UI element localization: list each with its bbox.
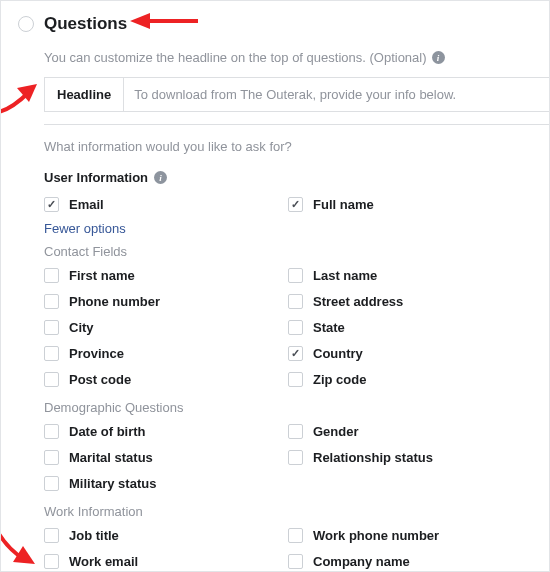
ask-prompt: What information would you like to ask f… [44, 139, 532, 154]
checkbox-label: Zip code [313, 372, 366, 387]
info-icon[interactable]: i [432, 51, 445, 64]
user-info-text: User Information [44, 170, 148, 185]
checkbox[interactable] [44, 554, 59, 569]
checkbox-fullname[interactable] [288, 197, 303, 212]
headline-subtext: You can customize the headline on the to… [44, 50, 532, 65]
checkbox[interactable] [44, 294, 59, 309]
fewer-options-link[interactable]: Fewer options [44, 221, 532, 236]
divider [44, 124, 550, 125]
checkbox-label: Post code [69, 372, 131, 387]
info-icon[interactable]: i [154, 171, 167, 184]
checkbox[interactable] [288, 294, 303, 309]
questions-radio[interactable] [18, 16, 34, 32]
checkbox-label: Work email [69, 554, 138, 569]
checkbox[interactable] [288, 268, 303, 283]
checkbox-label: Relationship status [313, 450, 433, 465]
checkbox-label: Country [313, 346, 363, 361]
checkbox[interactable] [44, 346, 59, 361]
checkbox[interactable] [44, 424, 59, 439]
checkbox-label: Work phone number [313, 528, 439, 543]
demographic-heading: Demographic Questions [44, 400, 532, 415]
checkbox-label: Company name [313, 554, 410, 569]
checkbox-label: Email [69, 197, 104, 212]
checkbox-label: First name [69, 268, 135, 283]
checkbox-label: Phone number [69, 294, 160, 309]
checkbox-label: Province [69, 346, 124, 361]
questions-title: Questions [44, 14, 127, 34]
checkbox[interactable] [44, 320, 59, 335]
user-info-label: User Information i [44, 170, 532, 185]
checkbox-label: Job title [69, 528, 119, 543]
checkbox[interactable] [288, 424, 303, 439]
checkbox-label: Street address [313, 294, 403, 309]
contact-fields-heading: Contact Fields [44, 244, 532, 259]
work-heading: Work Information [44, 504, 532, 519]
checkbox[interactable] [288, 450, 303, 465]
checkbox[interactable] [288, 554, 303, 569]
checkbox[interactable] [288, 372, 303, 387]
checkbox-label: Full name [313, 197, 374, 212]
checkbox-label: Military status [69, 476, 156, 491]
checkbox-label: State [313, 320, 345, 335]
headline-label: Headline [45, 78, 124, 111]
checkbox[interactable] [44, 476, 59, 491]
checkbox[interactable] [44, 268, 59, 283]
checkbox[interactable] [288, 528, 303, 543]
headline-input[interactable] [124, 78, 550, 111]
checkbox[interactable] [44, 372, 59, 387]
checkbox-label: Last name [313, 268, 377, 283]
checkbox-email[interactable] [44, 197, 59, 212]
checkbox[interactable] [44, 528, 59, 543]
checkbox-label: Marital status [69, 450, 153, 465]
checkbox-label: City [69, 320, 94, 335]
subtext-text: You can customize the headline on the to… [44, 50, 427, 65]
checkbox[interactable] [288, 346, 303, 361]
checkbox-label: Gender [313, 424, 359, 439]
checkbox-label: Date of birth [69, 424, 146, 439]
checkbox[interactable] [288, 320, 303, 335]
checkbox[interactable] [44, 450, 59, 465]
